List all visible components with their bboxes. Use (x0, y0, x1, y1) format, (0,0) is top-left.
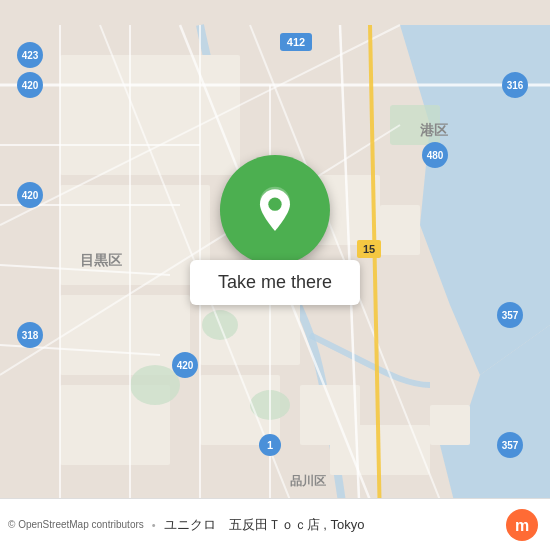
location-name-text: ユニクロ 五反田Ｔｏｃ店 (164, 517, 320, 532)
attribution-text: © OpenStreetMap contributors (8, 519, 144, 530)
svg-rect-13 (380, 425, 430, 475)
svg-text:m: m (515, 517, 529, 534)
svg-text:357: 357 (502, 440, 519, 451)
svg-rect-14 (430, 405, 470, 445)
svg-rect-5 (60, 295, 190, 375)
svg-point-15 (130, 365, 180, 405)
svg-text:品川区: 品川区 (290, 474, 326, 488)
moovit-logo: m (506, 509, 538, 541)
moovit-icon: m (506, 509, 538, 541)
svg-text:420: 420 (22, 80, 39, 91)
bottom-bar: © OpenStreetMap contributors • ユニクロ 五反田Ｔ… (0, 498, 550, 550)
action-card: Take me there (190, 155, 360, 305)
map-container: 412 420 420 420 423 318 15 480 316 357 3… (0, 0, 550, 550)
svg-text:357: 357 (502, 310, 519, 321)
svg-text:420: 420 (22, 190, 39, 201)
comma-separator: , (323, 517, 330, 532)
svg-text:316: 316 (507, 80, 524, 91)
location-city-text: Tokyo (331, 517, 365, 532)
location-name: ユニクロ 五反田Ｔｏｃ店 , Tokyo (164, 516, 365, 534)
svg-rect-11 (380, 205, 420, 255)
svg-text:港区: 港区 (420, 122, 448, 138)
svg-text:423: 423 (22, 50, 39, 61)
location-pin-icon (250, 185, 300, 235)
attribution-section: © OpenStreetMap contributors • ユニクロ 五反田Ｔ… (8, 516, 364, 534)
separator: • (152, 519, 156, 531)
moovit-svg: m (511, 514, 533, 536)
svg-text:15: 15 (363, 243, 375, 255)
svg-text:480: 480 (427, 150, 444, 161)
take-me-there-button[interactable]: Take me there (190, 260, 360, 305)
svg-text:318: 318 (22, 330, 39, 341)
svg-point-64 (268, 198, 281, 211)
svg-text:目黒区: 目黒区 (80, 252, 122, 268)
map-pin-bubble (220, 155, 330, 265)
svg-text:1: 1 (267, 439, 273, 451)
svg-text:412: 412 (287, 36, 305, 48)
svg-text:420: 420 (177, 360, 194, 371)
